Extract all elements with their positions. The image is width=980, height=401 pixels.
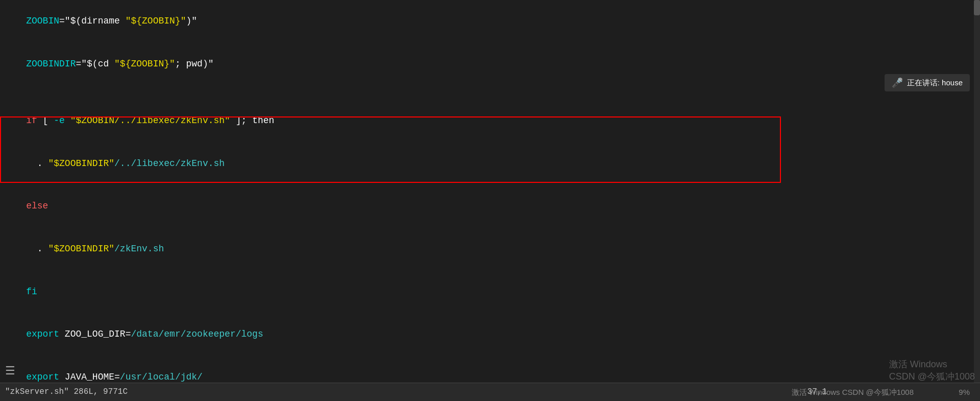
scrollbar[interactable] xyxy=(974,0,980,383)
code-line-export1: export ZOO_LOG_DIR=/data/emr/zookeeper/l… xyxy=(0,314,980,357)
code-line-6: else xyxy=(0,185,980,228)
code-line-1: ZOOBIN="$(dirname "${ZOOBIN}")" xyxy=(0,0,980,43)
code-line-8: fi xyxy=(0,271,980,314)
code-line-2: ZOOBINDIR="$(cd "${ZOOBIN}"; pwd)" xyxy=(0,43,980,86)
bottom-bar: "zkServer.sh" 286L, 9771C 37,1 激活 Window… xyxy=(0,383,980,401)
code-line-4: if [ -e "$ZOOBIN/../libexec/zkEnv.sh" ];… xyxy=(0,100,980,143)
voice-tooltip: 🎤 正在讲话: house xyxy=(885,74,970,91)
windows-activation-text: 激活 Windows CSDN @今狐冲1008 xyxy=(792,386,914,398)
code-line-7: . "$ZOOBINDIR"/zkEnv.sh xyxy=(0,228,980,271)
voice-tooltip-text: 正在讲话: house xyxy=(907,78,963,88)
scrollbar-thumb[interactable] xyxy=(974,0,980,15)
code-line-5: . "$ZOOBINDIR"/../libexec/zkEnv.sh xyxy=(0,143,980,185)
mic-icon: 🎤 xyxy=(892,77,903,88)
code-editor: ZOOBIN="$(dirname "${ZOOBIN}")" ZOOBINDI… xyxy=(0,0,980,401)
file-info: "zkServer.sh" 286L, 9771C xyxy=(5,386,128,398)
list-icon[interactable]: ☰ xyxy=(5,363,15,381)
scroll-percent: 9% xyxy=(959,386,970,398)
code-line-3 xyxy=(0,85,980,100)
